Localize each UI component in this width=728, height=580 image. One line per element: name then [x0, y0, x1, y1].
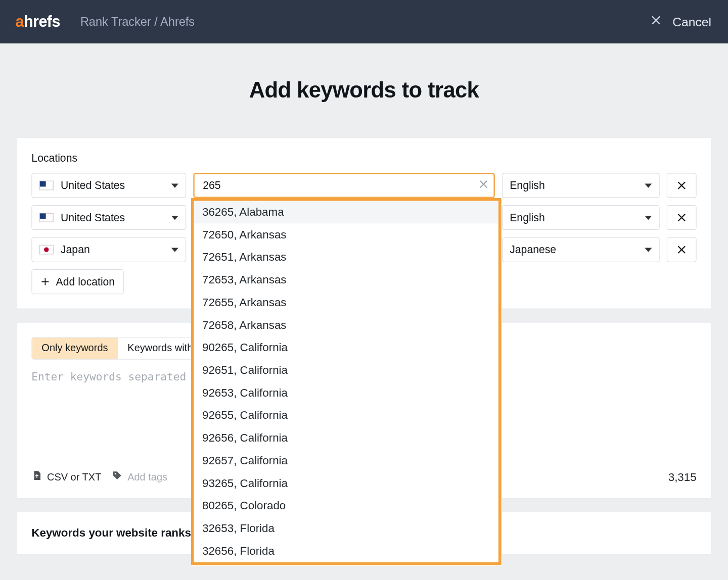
location-suggestion[interactable]: 72655, Arkansas: [194, 291, 498, 314]
delete-location-button[interactable]: [667, 173, 697, 198]
location-suggestion[interactable]: 32653, Florida: [194, 517, 498, 540]
clear-input-button[interactable]: [478, 179, 489, 192]
delete-location-button[interactable]: [667, 205, 697, 230]
country-label: Japan: [61, 244, 90, 256]
language-select[interactable]: English: [502, 205, 660, 230]
breadcrumb[interactable]: Rank Tracker / Ahrefs: [80, 15, 195, 28]
close-icon: [650, 14, 662, 29]
language-label: Japanese: [510, 244, 556, 256]
location-suggestion[interactable]: 90265, California: [194, 336, 498, 359]
location-suggestion[interactable]: 72651, Arkansas: [194, 246, 498, 269]
logo-a: a: [16, 13, 24, 30]
upload-csv-label: CSV or TXT: [47, 471, 101, 483]
cancel-button[interactable]: Cancel: [650, 14, 711, 29]
tag-icon: [112, 470, 123, 484]
country-label: United States: [61, 179, 125, 192]
chevron-down-icon: [171, 183, 178, 187]
location-suggestion[interactable]: 92657, California: [194, 449, 498, 472]
tab-only-keywords[interactable]: Only keywords: [32, 337, 118, 359]
location-suggestion[interactable]: 72650, Arkansas: [194, 223, 498, 246]
language-label: English: [510, 179, 544, 192]
delete-location-button[interactable]: [667, 237, 697, 262]
location-suggestion[interactable]: 36265, Alabama: [194, 201, 498, 224]
locations-label: Locations: [31, 152, 696, 165]
logo: ahrefs: [16, 13, 60, 31]
locations-card: Locations United States 36265, Alabama72…: [17, 137, 711, 309]
chevron-down-icon: [171, 248, 178, 252]
topbar: ahrefs Rank Tracker / Ahrefs Cancel: [0, 0, 728, 43]
location-suggestion[interactable]: 92651, California: [194, 359, 498, 382]
location-search-input[interactable]: [193, 173, 494, 198]
cancel-label: Cancel: [672, 15, 711, 29]
language-select[interactable]: Japanese: [502, 237, 660, 262]
add-tags-label: Add tags: [127, 471, 167, 483]
location-suggestion[interactable]: 93265, California: [194, 472, 498, 495]
upload-csv-button[interactable]: CSV or TXT: [31, 470, 101, 484]
chevron-down-icon: [645, 215, 652, 219]
country-label: United States: [61, 211, 125, 224]
country-select[interactable]: United States: [31, 173, 186, 198]
country-select[interactable]: United States: [31, 205, 186, 230]
location-row: United States 36265, Alabama72650, Arkan…: [31, 173, 696, 198]
file-icon: [31, 470, 42, 484]
flag-icon: [39, 245, 54, 255]
location-suggestion[interactable]: 92655, California: [194, 404, 498, 427]
svg-point-12: [115, 473, 116, 474]
language-select[interactable]: English: [502, 173, 660, 198]
keyword-count: 3,315: [668, 470, 697, 484]
add-location-button[interactable]: Add location: [31, 269, 123, 294]
logo-rest: hrefs: [24, 13, 60, 30]
add-location-label: Add location: [56, 275, 115, 288]
location-suggestion[interactable]: 80265, Colorado: [194, 495, 498, 517]
location-suggestion[interactable]: 92653, California: [194, 381, 498, 404]
location-suggestion[interactable]: 32656, Florida: [194, 540, 498, 562]
chevron-down-icon: [645, 248, 652, 252]
chevron-down-icon: [171, 215, 178, 219]
chevron-down-icon: [645, 183, 652, 187]
location-suggestion[interactable]: 92656, California: [194, 427, 498, 450]
flag-icon: [39, 213, 54, 222]
language-label: English: [510, 211, 544, 224]
location-suggestion[interactable]: 72658, Arkansas: [194, 314, 498, 336]
page-title: Add keywords to track: [0, 78, 728, 103]
add-tags-button[interactable]: Add tags: [112, 470, 168, 484]
flag-icon: [39, 181, 54, 190]
location-search-wrapper: 36265, Alabama72650, Arkansas72651, Arka…: [193, 173, 494, 198]
country-select[interactable]: Japan: [31, 237, 186, 262]
location-suggestion[interactable]: 72653, Arkansas: [194, 269, 498, 292]
location-suggestions-dropdown[interactable]: 36265, Alabama72650, Arkansas72651, Arka…: [191, 198, 502, 565]
